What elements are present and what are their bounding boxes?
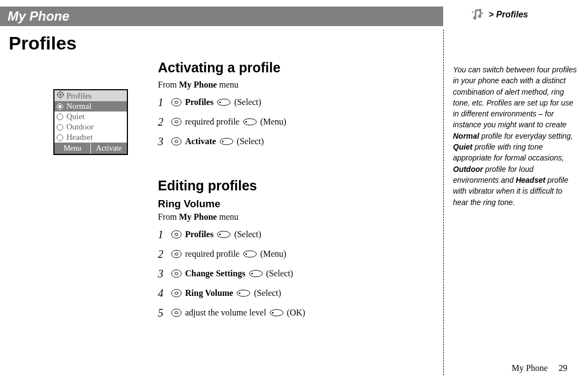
svg-point-15 [245,121,247,123]
phone-list-item[interactable]: Outdoor [54,122,127,132]
phone-softkeys: Menu Activate [54,143,127,154]
svg-point-27 [245,253,247,255]
activating-step: 1 Profiles (Select) [158,93,419,112]
sidebar-note: You can switch between four profiles in … [453,64,578,208]
step-number: 2 [158,245,168,263]
step-text: required profile [185,246,240,261]
header-title: My Phone [8,9,69,24]
phone-list-item[interactable]: Headset [54,132,127,143]
phone-mockup: Profiles NormalQuietOutdoorHeadset Menu … [53,89,128,155]
svg-point-36 [171,309,181,317]
step-paren: (Select) [237,134,264,148]
sidebar-text: Quiet [453,143,473,151]
heading-activating: Activating a profile [158,60,419,76]
step-number: 2 [158,113,168,131]
svg-point-9 [175,101,178,103]
sidebar-text: Normal [453,132,479,140]
header-bar: My Phone [0,7,443,26]
vertical-divider [443,29,444,375]
phone-list-item[interactable]: Normal [54,101,127,112]
from-line-1: From My Phone menu [158,80,419,90]
step-paren: (Select) [266,266,293,281]
breadcrumb-text: > Profiles [489,10,528,20]
step-number: 3 [158,132,168,151]
svg-point-12 [171,118,181,126]
step-paren: (Menu) [260,114,286,129]
nav-key-icon [171,269,182,278]
select-key-icon [219,138,234,145]
select-key-icon [217,98,231,106]
step-number: 1 [158,93,168,112]
sidebar-text: profile for everyday setting, [479,132,573,140]
select-key-icon [270,309,284,317]
svg-point-24 [171,250,181,258]
gear-icon [57,91,64,101]
step-action: Activate [185,134,216,148]
svg-point-16 [171,138,181,145]
editing-step: 5 adjust the volume level (OK) [158,304,419,322]
step-action: Change Settings [185,266,246,281]
svg-point-33 [175,292,178,294]
editing-step: 2 required profile (Menu) [158,245,419,263]
phone-item-label: Headset [66,133,93,142]
step-action: Profiles [185,95,213,109]
phone-item-label: Outdoor [66,122,94,132]
nav-key-icon [171,98,182,107]
activating-step: 3 Activate (Select) [158,132,419,151]
radio-icon [57,134,63,141]
nav-key-icon [171,250,182,258]
svg-point-17 [175,140,178,143]
step-paren: (OK) [287,305,305,320]
step-paren: (Select) [254,286,281,300]
svg-point-13 [175,121,178,123]
step-action: Ring Volume [185,286,233,300]
svg-point-21 [175,233,178,236]
editing-step: 1 Profiles (Select) [158,225,419,244]
svg-point-31 [251,273,253,275]
select-key-icon [243,118,257,126]
svg-point-35 [239,293,241,294]
step-paren: (Menu) [260,246,286,261]
footer-section: My Phone [512,363,548,373]
radio-icon [57,114,63,120]
footer: My Phone 29 [512,363,567,373]
step-paren: (Select) [234,227,261,241]
sidebar-text: You can switch between four profiles in … [453,65,577,129]
svg-point-3 [59,94,62,96]
svg-point-1 [471,11,473,13]
phone-titlebar: Profiles [54,90,127,101]
select-key-icon [217,231,231,238]
svg-point-39 [272,312,273,314]
breadcrumb: > Profiles [470,8,528,22]
softkey-menu[interactable]: Menu [54,143,91,154]
step-action: Profiles [185,227,213,241]
svg-point-28 [171,270,181,277]
nav-key-icon [171,289,182,298]
sidebar-text: Outdoor [453,165,483,174]
step-text: required profile [185,114,240,129]
svg-point-11 [219,102,221,103]
svg-point-23 [219,234,221,236]
svg-point-37 [175,312,178,314]
nav-key-icon [171,137,182,146]
heading-ring-volume: Ring Volume [158,198,419,210]
step-paren: (Select) [234,95,261,109]
phone-list-item[interactable]: Quiet [54,112,127,122]
main-content: Activating a profile From My Phone menu … [158,60,419,323]
step-number: 4 [158,284,168,302]
phone-item-label: Quiet [66,112,84,121]
softkey-activate[interactable]: Activate [91,143,127,154]
activating-step: 2 required profile (Menu) [158,113,419,131]
radio-icon [57,103,63,110]
step-text: adjust the volume level [185,305,266,320]
phone-item-label: Normal [66,102,91,111]
nav-key-icon [171,308,182,317]
svg-point-20 [171,231,181,238]
nav-key-icon [171,117,182,126]
step-number: 1 [158,225,168,244]
sidebar-text: Headset [516,176,545,184]
svg-point-19 [222,141,223,143]
select-key-icon [243,250,257,258]
editing-step: 4 Ring Volume (Select) [158,284,419,302]
select-key-icon [236,289,250,297]
